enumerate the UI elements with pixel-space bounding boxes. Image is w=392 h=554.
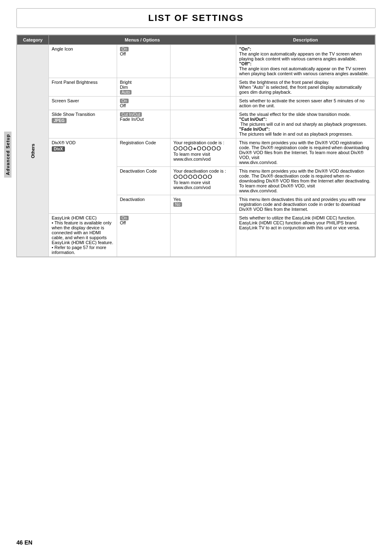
col-header-description: Description — [236, 35, 375, 45]
settings-table: Category Menus / Options Description Oth… — [17, 35, 375, 257]
highlight-cut: Cut In/Out — [120, 112, 142, 117]
desc-easylink: Sets whether to utilize the EasyLink (HD… — [236, 214, 375, 257]
table-row: Slide Show Transition JPEG Cut In/OutFad… — [17, 110, 375, 138]
menu1-screen-saver: Screen Saver — [48, 97, 117, 110]
menu3-divx-deact-code: Your deactivation code is : OOOOOOOO To … — [171, 167, 236, 195]
menu2-screen-saver: OnOff — [117, 97, 170, 110]
menu3-divx-reg: Your registration code is : OOOO●OOOOO T… — [171, 138, 236, 167]
deact-code-circles: OOOOOOOO — [173, 173, 212, 180]
desc-divx-reg: This menu item provides you with the Div… — [236, 138, 375, 167]
menu3-screen-saver — [171, 97, 236, 110]
desc-divx-deact-code: This menu item provides you with the Div… — [236, 167, 375, 195]
table-row: Others Angle Icon OnOff "On": The angle … — [17, 45, 375, 78]
menu1-divx: DivX® VOD DivX — [48, 138, 117, 214]
desc-slideshow: Sets the visual effect for the slide sho… — [236, 110, 375, 138]
menu2-front-panel: BrightDimAuto — [117, 78, 170, 97]
menu3-divx-deact: Yes No — [171, 195, 236, 214]
reg-code-circles: OOOO●OOOOO — [173, 145, 221, 152]
highlight-no: No — [173, 202, 182, 207]
menu3-front-panel — [171, 78, 236, 97]
table-row: Front Panel Brightness BrightDimAuto Set… — [17, 78, 375, 97]
highlight-on-2: On — [120, 99, 129, 103]
highlight-auto: Auto — [120, 90, 132, 95]
page-footer: 46 EN — [16, 539, 32, 546]
menu2-angle-icon: OnOff — [117, 45, 170, 78]
menu3-slideshow — [171, 110, 236, 138]
menu2-divx-deact-code: Deactivation Code — [117, 167, 170, 195]
category-others: Others — [17, 45, 49, 257]
col-header-menus: Menus / Options — [48, 35, 236, 45]
menu1-front-panel: Front Panel Brightness — [48, 78, 117, 97]
highlight-on-3: On — [120, 216, 129, 220]
page-title: LIST OF SETTINGS — [16, 8, 376, 28]
desc-screen-saver: Sets whether to activate the screen save… — [236, 97, 375, 110]
menu3-easylink — [171, 214, 236, 257]
menu1-angle-icon: Angle Icon — [48, 45, 117, 78]
menu2-easylink: OnOff — [117, 214, 170, 257]
settings-table-wrapper: Category Menus / Options Description Oth… — [16, 35, 376, 257]
desc-angle-icon: "On": The angle icon automatically appea… — [236, 45, 375, 78]
divx-badge: DivX — [52, 146, 65, 152]
table-row: EasyLink (HDMI CEC) • This feature is av… — [17, 214, 375, 257]
desc-divx-deact: This menu item deactivates this unit and… — [236, 195, 375, 214]
page: LIST OF SETTINGS Category Menus / Option… — [0, 0, 392, 554]
col-header-category: Category — [17, 35, 49, 45]
menu1-easylink: EasyLink (HDMI CEC) • This feature is av… — [48, 214, 117, 257]
menu3-angle-icon — [171, 45, 236, 78]
menu2-slideshow: Cut In/OutFade In/Out — [117, 110, 170, 138]
menu2-divx-deact: Deactivation — [117, 195, 170, 214]
table-row: Screen Saver OnOff Sets whether to activ… — [17, 97, 375, 110]
table-row: DivX® VOD DivX Registration Code Your re… — [17, 138, 375, 167]
jpeg-badge: JPEG — [52, 118, 67, 123]
highlight-on: On — [120, 47, 129, 51]
menu2-divx-reg: Registration Code — [117, 138, 170, 167]
desc-front-panel: Sets the brightness of the front panel d… — [236, 78, 375, 97]
advanced-setup-label: Advanced Setup — [4, 132, 12, 178]
menu1-slideshow: Slide Show Transition JPEG — [48, 110, 117, 138]
